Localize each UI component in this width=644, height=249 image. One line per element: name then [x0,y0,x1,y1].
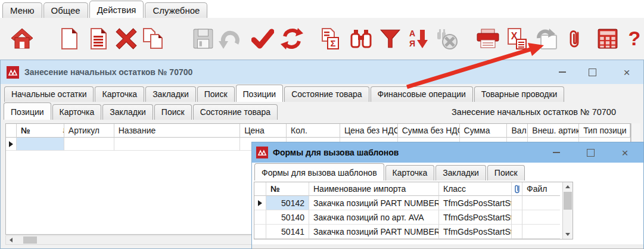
col-tip-pozitsii[interactable]: Тип позици [579,124,630,138]
tab-poisk[interactable]: Поиск [487,165,525,180]
col-naimenovanie-importa[interactable]: Наименование импорта [309,182,439,196]
minimize-button[interactable] [553,64,571,80]
tab-nachalnye-ostatki[interactable]: Начальные остатки [4,86,94,102]
maximize-button[interactable] [581,145,599,160]
find-icon[interactable] [347,25,375,52]
col-vnesh-artikul[interactable]: Внеш. артик [528,124,579,138]
templates-grid: № Наименование импорта Класс Файл 50142 … [254,182,573,239]
forms-window-frame [252,244,643,248]
sum-icon[interactable]: Σ [316,25,343,52]
cell-attachment[interactable] [512,196,522,210]
subtab-poisk[interactable]: Поиск [154,104,192,120]
tab-formy-dlya-vyzova-shablonov[interactable]: Формы для вызова шаблонов [254,163,384,180]
undo-icon[interactable] [215,25,242,52]
col-tsena[interactable]: Цена [240,124,287,138]
col-tsena-bez-nds[interactable]: Цена без НДС [340,124,398,138]
cell-klass[interactable]: TfmGdsPosStartStock [439,196,512,210]
document-caption: Занесение начальных остатков № 70700 [452,107,616,117]
cell-nazvanie[interactable] [114,138,241,151]
forms-window-titlebar[interactable]: Формы для вызова шаблонов × [252,142,643,163]
cell-naimenovanie[interactable]: Закачка позиций PART NUMBER без цен [309,196,439,210]
subtab-sostoyanie-tovara[interactable]: Состояние товара [193,104,278,120]
scroll-down-button[interactable] [563,230,573,239]
col-summa-bez-nds[interactable]: Сумма без НДС [398,124,460,138]
cell-attachment[interactable] [512,225,522,239]
cell-klass[interactable]: TfmGdsPosStartStock [439,225,512,239]
cell-fayl[interactable] [522,225,560,239]
row-selector [254,210,266,225]
scroll-up-button[interactable] [563,182,573,191]
subtab-kartochka[interactable]: Карточка [52,104,102,120]
tab-poisk[interactable]: Поиск [197,86,235,102]
cell-fayl[interactable] [522,210,560,225]
col-kol[interactable]: Кол. [287,124,340,138]
cell-num[interactable]: 50141 [266,225,309,239]
col-fayl[interactable]: Файл [522,182,560,196]
sort-az-icon[interactable]: А Я [405,25,432,52]
screen: Меню Общее Действия Служебное [0,0,644,249]
tab-kartochka[interactable]: Карточка [385,165,435,180]
tab-obshchee[interactable]: Общее [43,2,88,18]
tab-sluzhebnoe[interactable]: Служебное [145,2,207,18]
tab-kartochka[interactable]: Карточка [95,86,144,102]
subtab-pozitsii[interactable]: Позиции [4,102,51,120]
cell-num[interactable]: 50142 [266,196,309,210]
confirm-icon[interactable] [249,25,276,52]
export-excel-icon[interactable]: X [503,25,531,52]
subtab-zakladki[interactable]: Закладки [102,104,153,120]
new-document-icon[interactable] [55,25,83,52]
save-icon[interactable] [189,25,217,52]
close-button[interactable]: × [616,145,634,160]
col-klass[interactable]: Класс [439,182,512,196]
help-icon[interactable]: ? [621,25,644,52]
cell-attachment[interactable] [512,210,522,225]
tab-pozitsii[interactable]: Позиции [236,85,284,102]
main-window-titlebar[interactable]: Занесение начальных остатков № 70700 × [1,60,643,84]
table-row[interactable]: 50141 Закачка позиций PART NUMBER TfmGds… [254,225,562,239]
tab-menu[interactable]: Меню [2,2,42,18]
vertical-scroll-thumb[interactable] [564,192,572,210]
delete-icon[interactable] [113,25,140,52]
attachment-icon[interactable] [561,25,589,52]
edit-document-icon[interactable] [85,25,112,52]
cell-num[interactable]: 50140 [266,210,309,225]
row-selector [254,196,266,210]
col-summa[interactable]: Сумма [460,124,508,138]
main-window-title: Занесение начальных остатков № 70700 [24,67,192,77]
cell-artikul[interactable] [64,138,114,151]
cell-num[interactable] [17,138,64,151]
col-val[interactable]: Вал. [507,124,528,138]
copy-icon[interactable] [139,25,167,52]
clear-search-icon[interactable] [433,25,461,52]
refresh-icon[interactable] [278,25,306,52]
maximize-button[interactable] [583,64,601,80]
minimize-button[interactable] [547,145,565,160]
close-button[interactable]: × [618,64,636,80]
tab-finansovye-operatsii[interactable]: Финансовые операции [371,86,473,102]
tab-zakladki[interactable]: Закладки [145,86,196,102]
col-num[interactable]: № [266,182,309,196]
col-attachment[interactable] [512,182,522,196]
load-template-icon[interactable] [533,25,560,52]
home-icon[interactable] [8,25,36,52]
cell-naimenovanie[interactable]: Закачка позиций по арт. AVA [309,210,439,225]
tab-zakladki[interactable]: Закладки [435,165,486,180]
filter-icon[interactable] [377,25,404,52]
table-row[interactable]: 50142 Закачка позиций PART NUMBER без це… [254,196,562,210]
calculator-icon[interactable] [594,25,621,52]
horizontal-scroll-thumb[interactable] [23,236,37,244]
cell-klass[interactable]: TfmGdsPosStartStock [439,210,512,225]
cell-naimenovanie[interactable]: Закачка позиций PART NUMBER [309,225,439,239]
tab-tovarnye-provodki[interactable]: Товарные проводки [474,86,565,102]
col-nazvanie[interactable]: Название [114,124,241,138]
print-icon[interactable] [474,25,502,52]
table-row[interactable]: 50140 Закачка позиций по арт. AVA TfmGds… [254,210,562,225]
cell-fayl[interactable] [522,196,560,210]
tab-sostoyanie-tovara[interactable]: Состояние товара [284,86,369,102]
tab-deystviya[interactable]: Действия [89,1,144,18]
templates-vertical-scrollbar[interactable] [562,182,573,239]
forms-tabbar: Формы для вызова шаблонов Карточка Закла… [252,164,643,180]
col-num[interactable]: №↓ [17,124,64,138]
col-artikul[interactable]: Артикул [64,124,114,138]
scroll-left-button[interactable] [6,236,15,244]
